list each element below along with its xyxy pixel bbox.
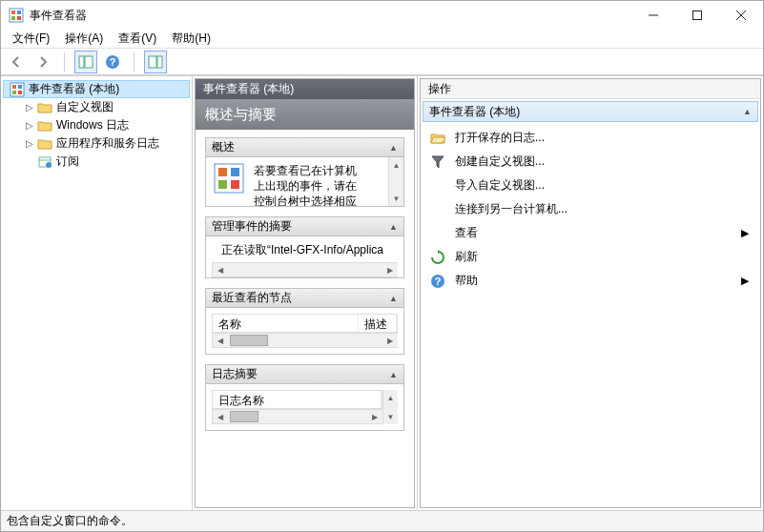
refresh-icon [430, 250, 445, 265]
section-recent-header[interactable]: 最近查看的节点 ▲ [205, 288, 404, 308]
column-name[interactable]: 名称 [213, 315, 359, 332]
menu-action[interactable]: 操作(A) [57, 29, 111, 49]
action-connect-computer[interactable]: 连接到另一台计算机... [421, 197, 760, 221]
overview-description: 若要查看已在计算机 上出现的事件，请在 控制台树中选择相应 [254, 163, 362, 207]
center-pane: 事件查看器 (本地) 概述与摘要 概述 ▲ [193, 76, 418, 510]
column-desc[interactable]: 描述 [359, 315, 397, 332]
action-view[interactable]: 查看 ▶ [421, 221, 760, 245]
action-label: 查看 [455, 225, 478, 241]
action-refresh[interactable]: 刷新 [421, 245, 760, 269]
expander-icon[interactable]: ▷ [24, 138, 35, 149]
tree-item-app-logs[interactable]: ▷ 应用程序和服务日志 [20, 134, 190, 153]
svg-rect-24 [218, 168, 227, 176]
submenu-arrow-icon: ▶ [741, 275, 754, 287]
column-logname[interactable]: 日志名称 [213, 391, 382, 408]
action-label: 导入自定义视图... [455, 177, 545, 194]
menu-view[interactable]: 查看(V) [111, 29, 164, 49]
expander-icon[interactable]: ▷ [24, 120, 35, 131]
help-button[interactable]: ? [101, 51, 124, 73]
svg-point-22 [46, 162, 52, 168]
svg-rect-10 [85, 56, 93, 68]
scroll-up-arrow[interactable]: ▲ [389, 157, 403, 173]
action-import-custom-view[interactable]: 导入自定义视图... [421, 174, 760, 197]
svg-rect-1 [11, 10, 15, 14]
close-button[interactable] [719, 1, 763, 30]
maximize-button[interactable] [675, 1, 719, 30]
section-logsum-label: 日志摘要 [212, 366, 258, 382]
actions-pane: 操作 事件查看器 (本地) ▲ 打开保存的日志... 创建自定义视图... [418, 76, 763, 510]
panes: 事件查看器 (本地) ▷ 自定义视图 ▷ Windows 日志 ▷ [1, 75, 763, 510]
app-icon [9, 8, 24, 23]
forward-button[interactable] [31, 51, 54, 73]
action-pane-button[interactable] [144, 51, 167, 73]
chevron-up-icon: ▲ [389, 143, 398, 153]
svg-rect-6 [693, 11, 702, 20]
svg-rect-17 [18, 85, 22, 89]
actions-group-label: 事件查看器 (本地) [429, 104, 520, 120]
filter-icon [430, 154, 445, 170]
tree-item-custom-views[interactable]: ▷ 自定义视图 [20, 98, 190, 116]
logsum-list-header: 日志名称 [212, 390, 382, 409]
logsum-hscroll[interactable]: ◀ ▶ [212, 409, 382, 424]
scroll-right-arrow[interactable]: ▶ [382, 337, 398, 345]
scroll-right-arrow[interactable]: ▶ [382, 266, 398, 275]
overview-vscroll[interactable]: ▲ ▼ [388, 157, 403, 206]
svg-rect-26 [218, 180, 227, 189]
section-overview-header[interactable]: 概述 ▲ [205, 137, 404, 157]
admin-hscroll[interactable]: ◀ ▶ [212, 262, 398, 277]
section-admin-label: 管理事件的摘要 [212, 218, 292, 235]
scroll-left-arrow[interactable]: ◀ [213, 266, 228, 275]
expander-icon[interactable]: ▷ [24, 102, 35, 113]
svg-text:?: ? [435, 276, 442, 287]
recent-hscroll[interactable]: ◀ ▶ [212, 333, 398, 348]
back-button[interactable] [5, 51, 28, 73]
section-admin-header[interactable]: 管理事件的摘要 ▲ [205, 216, 404, 236]
subscription-icon [37, 154, 52, 170]
tree: 事件查看器 (本地) ▷ 自定义视图 ▷ Windows 日志 ▷ [3, 80, 190, 171]
svg-rect-2 [17, 10, 21, 14]
scroll-left-arrow[interactable]: ◀ [213, 413, 228, 421]
section-overview: 概述 ▲ 若要查看已在计算机 上出现的事件，请在 [205, 137, 404, 207]
center-body: 概述 ▲ 若要查看已在计算机 上出现的事件，请在 [196, 130, 414, 507]
tree-item-label: 自定义视图 [56, 99, 114, 115]
svg-rect-14 [157, 56, 162, 68]
scroll-thumb[interactable] [230, 411, 258, 422]
scroll-right-arrow[interactable]: ▶ [367, 413, 382, 421]
scroll-thumb[interactable] [230, 335, 268, 346]
tree-root[interactable]: 事件查看器 (本地) [3, 80, 190, 98]
action-open-saved-log[interactable]: 打开保存的日志... [421, 126, 760, 150]
scroll-down-arrow[interactable]: ▼ [383, 409, 398, 424]
actions-group-header[interactable]: 事件查看器 (本地) ▲ [423, 101, 758, 122]
chevron-up-icon: ▲ [389, 222, 398, 232]
scroll-up-arrow[interactable]: ▲ [383, 390, 398, 405]
window-buttons [631, 1, 763, 30]
logsum-vscroll[interactable]: ▲ ▼ [382, 390, 398, 424]
svg-rect-19 [18, 91, 22, 94]
folder-icon [37, 100, 52, 115]
submenu-arrow-icon: ▶ [741, 227, 754, 239]
action-help[interactable]: ? 帮助 ▶ [421, 269, 760, 293]
section-logsum-content: 日志名称 ◀ ▶ ▲ ▼ [205, 384, 404, 431]
help-icon: ? [430, 274, 445, 289]
tree-item-windows-logs[interactable]: ▷ Windows 日志 [20, 116, 190, 134]
tree-item-label: Windows 日志 [56, 117, 129, 133]
scroll-left-arrow[interactable]: ◀ [213, 337, 228, 345]
tree-pane: 事件查看器 (本地) ▷ 自定义视图 ▷ Windows 日志 ▷ [1, 76, 193, 510]
console-tree-button[interactable] [74, 51, 97, 73]
svg-rect-4 [17, 16, 21, 20]
scroll-down-arrow[interactable]: ▼ [389, 191, 403, 206]
tree-item-subscriptions[interactable]: 订阅 [20, 153, 190, 171]
tree-item-label: 订阅 [56, 153, 79, 170]
action-label: 刷新 [455, 249, 478, 265]
chevron-up-icon: ▲ [389, 370, 398, 379]
toolbar-separator [64, 52, 65, 72]
minimize-button[interactable] [631, 1, 675, 30]
section-logsum-header[interactable]: 日志摘要 ▲ [205, 364, 404, 384]
section-recent-label: 最近查看的节点 [212, 290, 292, 306]
actions-title: 操作 [421, 79, 760, 99]
action-create-custom-view[interactable]: 创建自定义视图... [421, 150, 760, 174]
section-admin: 管理事件的摘要 ▲ 正在读取“Intel-GFX-Info/Applica ◀ … [205, 216, 404, 278]
menu-file[interactable]: 文件(F) [5, 29, 57, 49]
menu-help[interactable]: 帮助(H) [164, 29, 218, 49]
action-label: 连接到另一台计算机... [455, 201, 568, 217]
